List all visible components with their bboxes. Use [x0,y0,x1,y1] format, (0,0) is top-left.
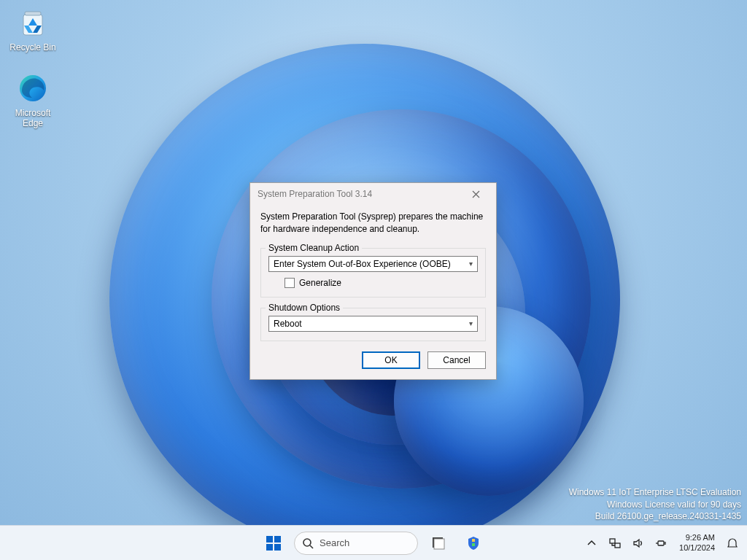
search-placeholder: Search [320,537,349,548]
tray-overflow-button[interactable] [583,529,600,558]
dialog-title: System Preparation Tool 3.14 [258,189,372,199]
svg-rect-4 [274,536,281,542]
watermark-line: Build 26100.ge_release.240331-1435 [569,510,741,522]
svg-rect-10 [434,539,444,549]
svg-rect-6 [274,544,281,551]
chevron-down-icon: ▾ [469,260,473,268]
cancel-button[interactable]: Cancel [427,351,486,369]
generalize-checkbox[interactable] [285,278,295,288]
cleanup-select-value: Enter System Out-of-Box Experience (OOBE… [274,259,451,269]
tray-notifications-button[interactable] [724,529,741,558]
windows-logo-icon [265,534,282,552]
chevron-down-icon: ▾ [469,319,473,327]
shutdown-select[interactable]: Reboot ▾ [268,316,478,332]
cleanup-fieldset: System Cleanup Action Enter System Out-o… [260,248,486,298]
system-tray: 9:26 AM 10/1/2024 [583,529,741,558]
window-icon [430,535,446,551]
ok-button[interactable]: OK [362,351,420,369]
taskbar-search[interactable]: Search [294,532,418,555]
activation-watermark: Windows 11 IoT Enterprise LTSC Evaluatio… [569,486,741,522]
generalize-label: Generalize [299,278,341,288]
desktop-icon-label: Microsoft Edge [4,108,61,128]
svg-rect-1 [25,12,41,15]
desktop-icon-label: Recycle Bin [4,42,61,52]
taskbar-app-security[interactable] [459,529,488,558]
svg-rect-15 [658,541,664,545]
search-icon [302,537,314,549]
clock-time: 9:26 AM [679,533,715,543]
desktop-icon-microsoft-edge[interactable]: Microsoft Edge [4,71,61,128]
sysprep-dialog: System Preparation Tool 3.14 System Prep… [249,182,497,380]
shutdown-select-value: Reboot [274,319,302,329]
svg-point-7 [303,539,311,546]
shutdown-legend: Shutdown Options [266,303,343,313]
speaker-icon [632,537,645,550]
desktop-icon-recycle-bin[interactable]: Recycle Bin [4,6,61,52]
cleanup-select[interactable]: Enter System Out-of-Box Experience (OOBE… [268,256,478,272]
security-shield-icon [465,535,481,551]
close-icon [472,190,480,198]
dialog-close-button[interactable] [461,185,490,203]
notification-bell-icon [727,537,738,549]
taskbar-app-sysprep[interactable] [424,529,453,558]
tray-power-button[interactable] [653,529,670,558]
svg-rect-11 [472,539,475,542]
dialog-description: System Preparation Tool (Sysprep) prepar… [260,211,486,236]
chevron-up-icon [587,539,596,548]
dialog-titlebar[interactable]: System Preparation Tool 3.14 [250,183,496,205]
watermark-line: Windows License valid for 90 days [569,499,741,510]
svg-line-8 [310,545,313,548]
svg-rect-14 [615,543,620,548]
svg-rect-3 [266,536,273,542]
power-plug-icon [655,537,668,550]
shutdown-fieldset: Shutdown Options Reboot ▾ [260,308,486,341]
taskbar-clock[interactable]: 9:26 AM 10/1/2024 [676,533,718,553]
generalize-row[interactable]: Generalize [285,278,478,288]
cleanup-legend: System Cleanup Action [266,243,362,253]
svg-rect-5 [266,544,273,551]
network-icon [608,537,622,550]
watermark-line: Windows 11 IoT Enterprise LTSC Evaluatio… [569,486,741,498]
svg-rect-12 [472,543,475,546]
tray-volume-button[interactable] [630,529,647,558]
edge-icon [16,71,50,105]
start-button[interactable] [259,529,288,558]
clock-date: 10/1/2024 [679,543,715,553]
svg-rect-13 [610,539,615,543]
recycle-bin-icon [16,6,50,39]
tray-network-button[interactable] [606,529,624,558]
taskbar: Search [0,525,747,560]
